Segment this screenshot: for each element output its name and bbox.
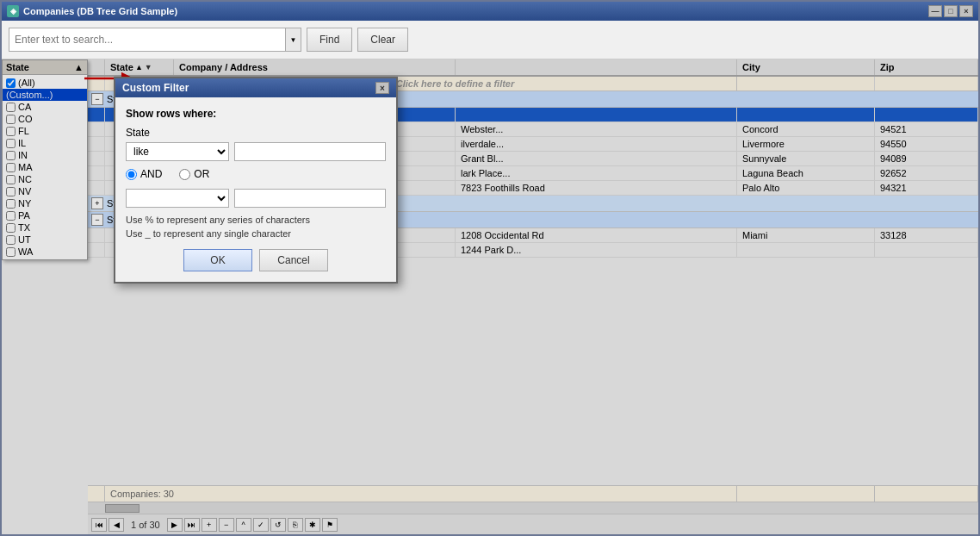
modal-body: Show rows where: State like = != contain… (115, 97, 396, 282)
hint2: Use _ to represent any single character (126, 228, 386, 239)
title-bar-left: ◈ Companies (DB Tree Grid Sample) (7, 5, 177, 17)
filter-row-2: like = (126, 189, 386, 208)
filter-value-input[interactable] (234, 142, 386, 161)
field-label: State (126, 127, 386, 139)
hint1: Use % to represent any series of charact… (126, 215, 386, 225)
window-title: Companies (DB Tree Grid Sample) (23, 6, 177, 16)
and-label: AND (140, 168, 162, 180)
custom-filter-modal: Custom Filter × Show rows where: State l… (114, 77, 398, 284)
or-radio[interactable] (179, 169, 190, 180)
and-or-row: AND OR (126, 168, 386, 180)
title-bar-buttons: — □ × (928, 5, 973, 17)
modal-buttons: OK Cancel (126, 249, 386, 271)
close-button[interactable]: × (959, 5, 973, 17)
or-radio-label[interactable]: OR (179, 168, 209, 180)
operator-select[interactable]: like = != contains starts with ends with (126, 142, 229, 161)
modal-overlay: Custom Filter × Show rows where: State l… (2, 59, 978, 534)
or-label: OR (194, 168, 209, 180)
and-radio-label[interactable]: AND (126, 168, 162, 180)
show-rows-label: Show rows where: (126, 108, 386, 120)
filter-value2-input[interactable] (234, 189, 386, 208)
filter-row-1: like = != contains starts with ends with (126, 142, 386, 161)
search-combo[interactable]: ▼ (9, 28, 301, 52)
modal-close-button[interactable]: × (375, 82, 389, 94)
clear-button[interactable]: Clear (357, 28, 408, 52)
cancel-button[interactable]: Cancel (259, 249, 328, 271)
maximize-button[interactable]: □ (944, 5, 958, 17)
app-icon: ◈ (7, 5, 19, 17)
main-window: ◈ Companies (DB Tree Grid Sample) — □ × … (0, 0, 980, 536)
search-dropdown-btn[interactable]: ▼ (285, 28, 301, 51)
title-bar: ◈ Companies (DB Tree Grid Sample) — □ × (2, 2, 978, 21)
modal-title-label: Custom Filter (122, 82, 189, 94)
main-content: State ▲ (All) (Custom...) CA CO (2, 59, 978, 534)
modal-title-bar: Custom Filter × (115, 78, 396, 97)
toolbar: ▼ Find Clear (2, 21, 978, 59)
and-radio[interactable] (126, 169, 137, 180)
find-button[interactable]: Find (307, 28, 352, 52)
ok-button[interactable]: OK (183, 249, 252, 271)
operator2-select[interactable]: like = (126, 189, 229, 208)
search-input[interactable] (9, 34, 285, 46)
minimize-button[interactable]: — (928, 5, 942, 17)
